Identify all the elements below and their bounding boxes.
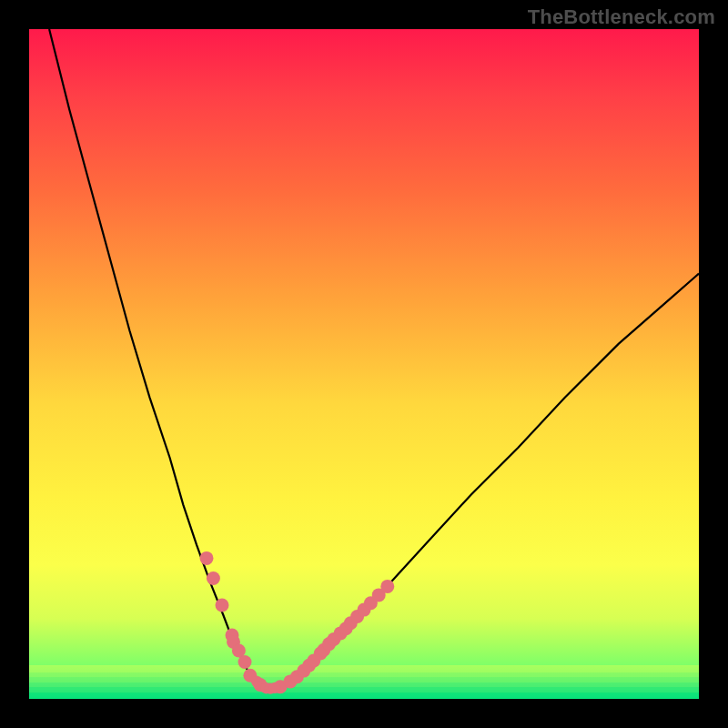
bottleneck-curve	[29, 29, 699, 699]
right-marker-cluster	[274, 580, 395, 693]
marker-dot	[207, 571, 220, 585]
bottom-marker-cluster	[251, 676, 280, 694]
marker-dot	[238, 655, 252, 669]
watermark-text: TheBottleneck.com	[528, 5, 715, 29]
marker-dot	[269, 682, 280, 693]
marker-dot	[200, 551, 214, 565]
marker-dot	[216, 599, 229, 612]
curve-line	[49, 29, 699, 689]
left-marker-cluster	[200, 551, 268, 692]
chart-plot-area	[29, 29, 699, 699]
marker-dot	[380, 580, 394, 593]
